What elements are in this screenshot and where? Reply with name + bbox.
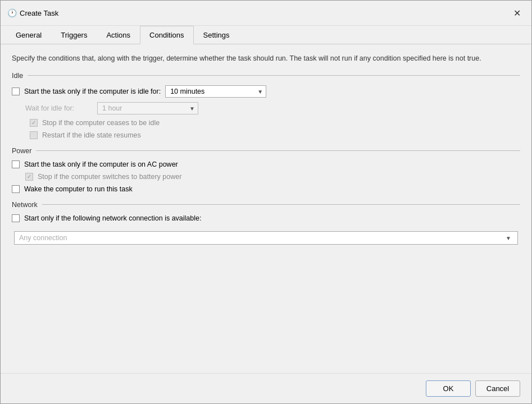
- start-network-label: Start only if the following network conn…: [24, 214, 201, 222]
- tab-settings[interactable]: Settings: [194, 26, 239, 44]
- idle-section-line: [28, 75, 520, 76]
- dialog-footer: OK Cancel: [1, 373, 531, 403]
- wait-idle-row: Wait for idle for: 1 hour ▼: [25, 102, 520, 114]
- tab-triggers[interactable]: Triggers: [51, 26, 97, 44]
- create-task-dialog: 🕐 Create Task ✕ General Triggers Actions…: [0, 0, 532, 404]
- start-ac-checkbox[interactable]: [12, 160, 20, 168]
- clock-icon: 🕐: [7, 8, 16, 17]
- wait-idle-select[interactable]: 1 hour: [97, 102, 198, 114]
- cancel-button[interactable]: Cancel: [475, 380, 520, 397]
- stop-idle-checkbox[interactable]: [30, 119, 38, 127]
- start-ac-row: Start the task only if the computer is o…: [12, 160, 520, 168]
- title-bar: 🕐 Create Task ✕: [1, 1, 531, 26]
- idle-duration-select[interactable]: 10 minutes 15 minutes 30 minutes 1 hour: [165, 85, 266, 98]
- wake-row: Wake the computer to run this task: [12, 185, 520, 193]
- tabs-bar: General Triggers Actions Conditions Sett…: [1, 26, 531, 44]
- stop-battery-row: Stop if the computer switches to battery…: [25, 173, 520, 181]
- power-section-header: Power: [12, 147, 520, 155]
- start-idle-label: Start the task only if the computer is i…: [24, 88, 161, 95]
- stop-battery-label: Stop if the computer switches to battery…: [38, 173, 181, 181]
- stop-idle-row: Stop if the computer ceases to be idle: [30, 119, 520, 127]
- wake-label: Wake the computer to run this task: [24, 185, 133, 193]
- main-content: Specify the conditions that, along with …: [1, 44, 531, 373]
- ok-button[interactable]: OK: [426, 380, 471, 397]
- start-network-checkbox[interactable]: [12, 214, 20, 222]
- idle-duration-select-wrapper: 10 minutes 15 minutes 30 minutes 1 hour …: [165, 85, 266, 98]
- tab-actions[interactable]: Actions: [97, 26, 140, 44]
- network-section-line: [42, 204, 520, 205]
- idle-section-label: Idle: [12, 72, 28, 80]
- network-connection-wrapper: Any connection ▼: [12, 227, 520, 249]
- wait-idle-label: Wait for idle for:: [25, 104, 93, 112]
- close-button[interactable]: ✕: [509, 5, 525, 21]
- description-text: Specify the conditions that, along with …: [12, 53, 520, 64]
- wait-idle-select-wrapper: 1 hour ▼: [97, 102, 198, 114]
- start-ac-label: Start the task only if the computer is o…: [24, 160, 178, 168]
- dialog-title: Create Task: [20, 9, 58, 17]
- idle-section-header: Idle: [12, 72, 520, 80]
- tab-conditions[interactable]: Conditions: [140, 26, 193, 44]
- network-connection-select[interactable]: Any connection: [14, 231, 518, 245]
- stop-battery-checkbox[interactable]: [25, 173, 33, 181]
- power-section-label: Power: [12, 147, 36, 155]
- start-idle-checkbox[interactable]: [12, 88, 20, 95]
- network-section-header: Network: [12, 201, 520, 209]
- start-network-row: Start only if the following network conn…: [12, 214, 520, 222]
- tab-general[interactable]: General: [6, 26, 51, 44]
- network-section-label: Network: [12, 201, 42, 209]
- wake-checkbox[interactable]: [12, 185, 20, 193]
- restart-idle-label: Restart if the idle state resumes: [42, 131, 141, 139]
- title-bar-left: 🕐 Create Task: [7, 8, 58, 17]
- stop-idle-label: Stop if the computer ceases to be idle: [42, 119, 160, 127]
- restart-idle-row: Restart if the idle state resumes: [30, 131, 520, 139]
- restart-idle-checkbox[interactable]: [30, 131, 38, 139]
- start-idle-row: Start the task only if the computer is i…: [12, 85, 520, 98]
- power-section-line: [36, 150, 520, 151]
